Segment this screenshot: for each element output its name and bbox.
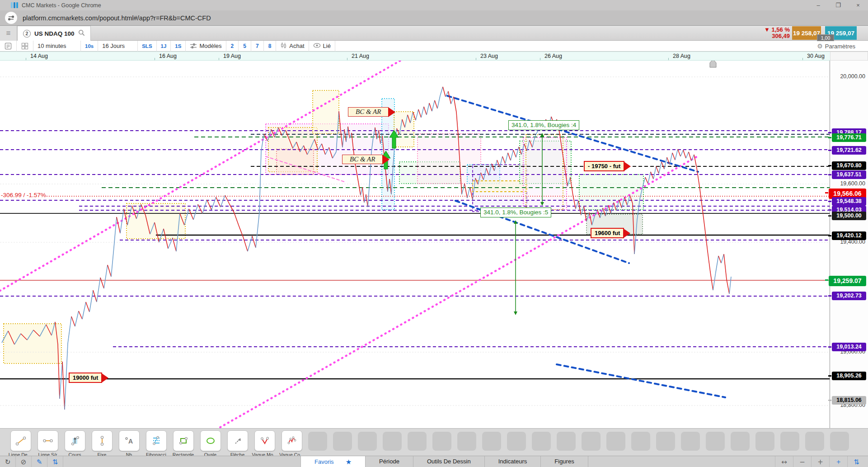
text-annotation-icon: A bbox=[119, 430, 140, 451]
empty-tool-slot bbox=[308, 432, 327, 451]
tool-text-annotation[interactable]: ANb bbox=[118, 430, 140, 458]
empty-tool-slot bbox=[532, 432, 551, 451]
annotation-change-note[interactable]: -306.99 / -1.57% bbox=[1, 192, 46, 198]
star-icon[interactable]: ★ bbox=[346, 457, 352, 467]
right-arrow-icon bbox=[624, 161, 631, 171]
annotation-fut-19600[interactable]: 19600 fut bbox=[591, 228, 624, 238]
chart-tab-bar: ≡ 2 US NDAQ 100 bbox=[0, 26, 868, 41]
vertical-line-icon bbox=[92, 430, 113, 451]
date-axis-tick bbox=[155, 58, 155, 60]
address-bar[interactable]: platform.cmcmarkets.com/popout.html#/app… bbox=[0, 10, 868, 26]
empty-tool-slot bbox=[780, 432, 799, 451]
zoom-in-icon[interactable]: + bbox=[811, 456, 829, 467]
empty-tool-slot bbox=[408, 432, 427, 451]
date-axis-label: 30 Aug bbox=[807, 53, 825, 59]
sort-arrows-icon[interactable]: ⇅ bbox=[47, 456, 63, 467]
model-count-5-button[interactable]: 5 bbox=[239, 41, 251, 52]
tick-interval-button[interactable]: 10s bbox=[81, 41, 98, 52]
window-titlebar: CMC Markets - Google Chrome – ❐ × bbox=[0, 0, 868, 10]
chart-style-sls-button[interactable]: SLS bbox=[138, 41, 156, 52]
empty-tool-slot bbox=[805, 432, 824, 451]
right-arrow-icon bbox=[388, 107, 395, 117]
menu-button[interactable]: ≡ bbox=[0, 26, 17, 41]
drawing-toolbar: Ligne De ...Ligne S/rCoursFixeANbFibonac… bbox=[0, 428, 868, 456]
minimize-button[interactable]: – bbox=[808, 0, 828, 10]
ellipse-icon bbox=[200, 430, 221, 451]
price-axis-tick bbox=[828, 209, 831, 211]
layout-grid-button[interactable] bbox=[17, 41, 33, 52]
bottom-tab-outils-de-dessin[interactable]: Outils De Dessin bbox=[413, 456, 485, 467]
tool-vertical-line[interactable]: Fixe bbox=[91, 430, 113, 458]
bottom-tab-période[interactable]: Période bbox=[366, 456, 413, 467]
zoom-out-icon[interactable]: − bbox=[793, 456, 811, 467]
bottom-tab-figures[interactable]: Figures bbox=[541, 456, 588, 467]
price-level-badge: 19,259.07 bbox=[829, 276, 866, 286]
annotation-bougies-5[interactable]: 341.0, 1.8%, Bougies :5 bbox=[480, 208, 551, 217]
price-axis-tick bbox=[828, 150, 831, 151]
instrument-tab[interactable]: 2 US NDAQ 100 bbox=[17, 26, 91, 41]
tool-rectangle[interactable]: Rectangle bbox=[173, 430, 194, 458]
annotation-fut-19750[interactable]: - 19750 - fut bbox=[584, 161, 624, 171]
annotation-bc-ar-top[interactable]: BC & AR bbox=[348, 107, 389, 117]
fit-vertical-icon[interactable]: ⇅ bbox=[847, 456, 865, 467]
crosshair-icon[interactable]: ＋ bbox=[829, 456, 847, 467]
empty-tool-slot bbox=[681, 432, 700, 451]
price-axis-tick bbox=[828, 375, 831, 377]
date-axis-tick bbox=[802, 58, 803, 60]
restore-button[interactable]: ❐ bbox=[828, 0, 848, 10]
bottom-tab-favoris[interactable]: Favoris★ bbox=[300, 456, 366, 467]
close-button[interactable]: × bbox=[848, 0, 868, 10]
tool-wave-corrective[interactable]: Vague Co... bbox=[281, 430, 302, 458]
horizontal-line-icon bbox=[38, 430, 58, 451]
date-axis[interactable]: 14 Aug16 Aug19 Aug21 Aug23 Aug26 Aug28 A… bbox=[0, 52, 830, 61]
price-level-badge: 19,500.00 bbox=[832, 212, 866, 220]
annotation-bougies-4[interactable]: 341.0, 1.8%, Bougies :4 bbox=[508, 120, 579, 130]
price-axis-tick bbox=[828, 400, 831, 401]
order-panel-button[interactable] bbox=[0, 41, 17, 52]
empty-tool-slot bbox=[606, 432, 625, 451]
model-count-8-button[interactable]: 8 bbox=[264, 41, 277, 52]
tool-horizontal-line[interactable]: Ligne S/r bbox=[37, 430, 58, 458]
price-change-block: ▼ 1,56 % 306,49 bbox=[754, 27, 790, 39]
trade-mode-button[interactable]: Achat bbox=[276, 41, 309, 52]
tool-arrow[interactable]: Flèche bbox=[227, 430, 248, 458]
tool-fibonacci[interactable]: Fibonacci bbox=[145, 430, 167, 458]
model-count-2-button[interactable]: 2 bbox=[226, 41, 239, 52]
move-horizontal-icon[interactable]: ↔ bbox=[775, 456, 793, 467]
price-axis-tick bbox=[828, 235, 831, 236]
settings-button[interactable]: ⚙ Paramètres bbox=[817, 41, 855, 52]
empty-tool-slot bbox=[482, 432, 501, 451]
range-button[interactable]: 16 Jours bbox=[98, 41, 138, 52]
price-level-badge: 19,013.24 bbox=[832, 343, 866, 351]
price-chart[interactable]: BC & ARBC & AR341.0, 1.8%, Bougies :4341… bbox=[0, 61, 830, 428]
timeframe-button[interactable]: 10 minutes bbox=[33, 41, 81, 52]
search-icon[interactable] bbox=[78, 29, 85, 38]
tool-ellipse[interactable]: Ovale bbox=[200, 430, 221, 458]
chart-canvas[interactable] bbox=[0, 61, 830, 428]
chart-style-1j-button[interactable]: 1J bbox=[157, 41, 171, 52]
draw-pencil-icon[interactable]: ✎ bbox=[32, 456, 47, 467]
date-axis-label: 23 Aug bbox=[480, 53, 498, 59]
reset-icon[interactable]: ↻ bbox=[0, 456, 16, 467]
bottom-tab-label: Indicateurs bbox=[498, 458, 527, 465]
linked-button[interactable]: Lié bbox=[309, 41, 335, 52]
window-title: CMC Markets - Google Chrome bbox=[22, 2, 101, 9]
annotation-bc-ar-bottom[interactable]: BC & AR bbox=[342, 155, 383, 164]
gear-icon: ⚙ bbox=[817, 42, 823, 50]
tool-trend-line[interactable]: Ligne De ... bbox=[10, 430, 31, 458]
change-absolute: 306,49 bbox=[772, 33, 790, 39]
tool-price-range[interactable]: Cours bbox=[64, 430, 85, 458]
site-info-icon[interactable] bbox=[5, 12, 17, 24]
chart-style-1s-button[interactable]: 1S bbox=[171, 41, 186, 52]
axis-corner bbox=[830, 52, 868, 61]
models-button[interactable]: Modèles bbox=[186, 41, 226, 52]
empty-tool-slot bbox=[830, 432, 849, 451]
disable-icon[interactable]: ⊘ bbox=[16, 456, 32, 467]
bottom-tab-indicateurs[interactable]: Indicateurs bbox=[485, 456, 541, 467]
tool-wave-motive[interactable]: Vague Mo... bbox=[254, 430, 275, 458]
empty-tool-slot bbox=[432, 432, 451, 451]
price-axis[interactable]: 20,000.0019,600.0019,400.0019,000.0018,8… bbox=[830, 61, 868, 428]
annotation-fut-19000[interactable]: 19000 fut bbox=[69, 373, 102, 383]
price-axis-tick bbox=[828, 346, 831, 348]
model-count-7-button[interactable]: 7 bbox=[251, 41, 264, 52]
